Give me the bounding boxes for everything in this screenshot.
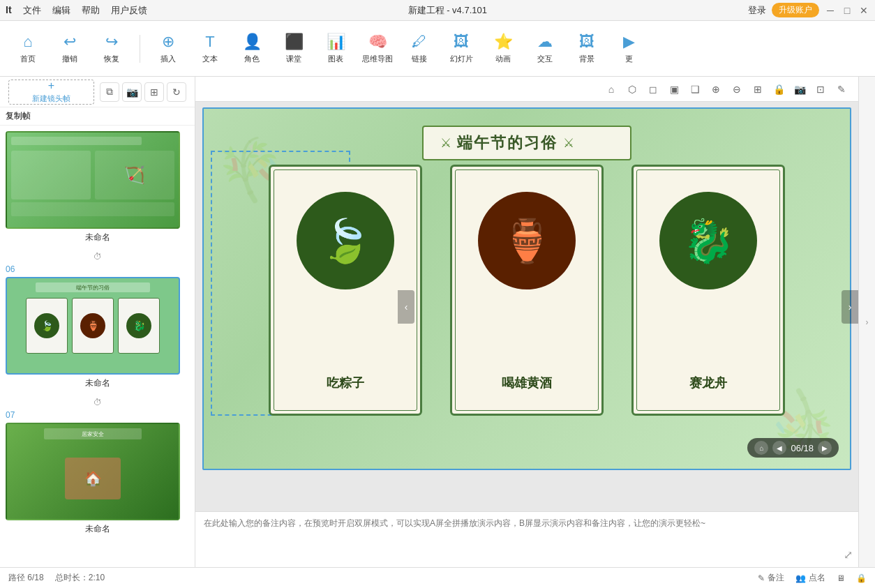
interactive-button[interactable]: ☁ 交互 (525, 27, 564, 71)
zongzi-icon: 🍃 (320, 216, 372, 266)
notes-button[interactable]: ✎ 备注 (758, 572, 784, 584)
copy-frame-button[interactable]: ⧉ (100, 82, 119, 102)
menu-file[interactable]: 文件 (23, 4, 41, 17)
duration-status: 总时长：2:10 (55, 572, 105, 584)
menu-feedback[interactable]: 用户反馈 (111, 4, 147, 17)
maximize-button[interactable]: □ (842, 5, 853, 16)
card-wine[interactable]: 🏺 喝雄黄酒 (450, 165, 604, 416)
shape2-button[interactable]: ◻ (645, 81, 661, 98)
more-label: 更 (625, 54, 633, 64)
redo-button[interactable]: ↪ 恢复 (92, 27, 131, 71)
crop-button[interactable]: ⊡ (812, 81, 829, 98)
counter-prev-button[interactable]: ⌂ (754, 441, 768, 455)
upgrade-button[interactable]: 升级账户 (772, 3, 819, 17)
card-circle-1: 🍃 (297, 192, 394, 289)
slide-label-5: 未命名 (6, 232, 189, 243)
align-button[interactable]: ⊞ (749, 81, 766, 98)
screen-button[interactable]: 🖥 (837, 572, 845, 584)
photo-button[interactable]: 📷 (791, 81, 808, 98)
home-shape-button[interactable]: ⌂ (603, 81, 620, 98)
animation-button[interactable]: ⭐ 动画 (484, 27, 523, 71)
loop-button[interactable]: ↻ (167, 82, 186, 102)
link-label: 链接 (412, 54, 427, 64)
background-label: 背景 (579, 54, 594, 64)
expand-notes-button[interactable]: ⤢ (844, 548, 853, 561)
home-button[interactable]: ⌂ 首页 (8, 27, 47, 71)
lock-button[interactable]: 🔒 (770, 81, 787, 98)
lock-status-icon: 🔒 (856, 573, 867, 583)
toolbar-separator (140, 35, 140, 63)
zoom-in-button[interactable]: ⊕ (708, 81, 724, 98)
cards-container: 🍃 吃粽子 🏺 喝雄黄酒 (227, 165, 827, 416)
notes-label: 备注 (768, 572, 784, 584)
shape4-button[interactable]: ❑ (687, 81, 703, 98)
plus-icon: + (48, 80, 54, 92)
slide-thumb-7[interactable]: 居家安全 🏠 (6, 423, 180, 520)
slide-number-6: 06 (6, 264, 189, 274)
mindmap-button[interactable]: 🧠 思维导图 (358, 27, 397, 71)
camera-button[interactable]: 📷 (122, 82, 142, 102)
home-icon: ⌂ (23, 33, 32, 51)
background-button[interactable]: 🖼 背景 (567, 27, 606, 71)
slide-icon: 🖼 (454, 33, 469, 51)
text-icon: T (205, 33, 214, 51)
slide-thumb-5[interactable]: 🏹 (6, 131, 180, 229)
transform-button[interactable]: ⊞ (144, 82, 164, 102)
interactive-label: 交互 (537, 54, 553, 64)
chart-label: 图表 (328, 54, 343, 64)
app-logo: It (6, 4, 12, 17)
menu-edit[interactable]: 编辑 (52, 4, 70, 17)
nav-group: ⌂ 首页 ↩ 撤销 ↪ 恢复 (8, 27, 131, 71)
slide-label-6: 未命名 (6, 377, 189, 389)
nav-prev-button[interactable]: ‹ (398, 290, 414, 324)
minimize-button[interactable]: ─ (825, 5, 836, 16)
classroom-button[interactable]: ⬛ 课堂 (274, 27, 313, 71)
character-button[interactable]: 👤 角色 (232, 27, 271, 71)
interactive-icon: ☁ (537, 33, 553, 51)
insert-icon: ⊕ (162, 33, 174, 51)
nav-next-button[interactable]: › (842, 290, 858, 324)
status-right: ✎ 备注 👥 点名 🖥 🔒 (758, 572, 867, 584)
chevron-right-icon: › (866, 317, 869, 327)
classroom-icon: ⬛ (285, 33, 304, 51)
lock-status-button[interactable]: 🔒 (856, 572, 867, 584)
canvas-area: ⌂ ⬡ ◻ ▣ ❑ ⊕ ⊖ ⊞ 🔒 📷 ⊡ ✎ 🎋 🎋 (195, 77, 858, 567)
mini-card-1: 🍃 (26, 298, 68, 354)
link-button[interactable]: 🖊 链接 (400, 27, 439, 71)
main-area: + 新建镜头帧 ⧉ 📷 ⊞ ↻ 复制帧 (0, 77, 875, 567)
text-button[interactable]: T 文本 (190, 27, 230, 71)
app-title: 新建工程 - v4.7.101 (408, 4, 487, 17)
card-boat[interactable]: 🐉 赛龙舟 (631, 165, 785, 416)
shape1-button[interactable]: ⬡ (624, 81, 641, 98)
main-toolbar: ⌂ 首页 ↩ 撤销 ↪ 恢复 ⊕ 插入 T 文本 👤 角色 ⬛ 课堂 � (0, 21, 875, 77)
slide-button[interactable]: 🖼 幻灯片 (442, 27, 481, 71)
auth-controls: 登录 升级账户 ─ □ ✕ (748, 3, 869, 17)
menu-bar: It 文件 编辑 帮助 用户反馈 (6, 4, 147, 17)
slide-label-7: 未命名 (6, 523, 189, 535)
slide-item-7: 07 居家安全 🏠 未命名 (6, 410, 189, 535)
insert-button[interactable]: ⊕ 插入 (149, 27, 188, 71)
undo-button[interactable]: ↩ 撤销 (50, 27, 89, 71)
mindmap-icon: 🧠 (368, 33, 387, 51)
slide-divider-2: ⏱ (6, 398, 189, 407)
counter-back-button[interactable]: ◀ (772, 441, 786, 455)
slide-title-box: ⚔ 端午节的习俗 ⚔ (422, 126, 631, 160)
wine-icon: 🏺 (501, 216, 553, 266)
edit-button[interactable]: ✎ (833, 81, 850, 98)
panel-toolbar: + 新建镜头帧 ⧉ 📷 ⊞ ↻ (0, 77, 195, 107)
login-button[interactable]: 登录 (748, 4, 766, 17)
slide-thumb-6[interactable]: 端午节的习俗 🍃 🏺 🐉 (6, 277, 180, 375)
menu-help[interactable]: 帮助 (82, 4, 100, 17)
chart-button[interactable]: 📊 图表 (316, 27, 355, 71)
new-frame-button[interactable]: + 新建镜头帧 (8, 80, 94, 105)
notes-textarea[interactable] (204, 518, 850, 561)
points-button[interactable]: 👥 点名 (795, 572, 825, 584)
animation-label: 动画 (495, 54, 511, 64)
more-button[interactable]: ▶ 更 (609, 27, 648, 71)
close-button[interactable]: ✕ (858, 5, 869, 16)
zoom-out-button[interactable]: ⊖ (728, 81, 745, 98)
counter-forward-button[interactable]: ▶ (818, 441, 832, 455)
shape3-button[interactable]: ▣ (666, 81, 682, 98)
right-panel-toggle[interactable]: › (858, 77, 875, 567)
slide-item-5: 🏹 未命名 (6, 131, 189, 243)
